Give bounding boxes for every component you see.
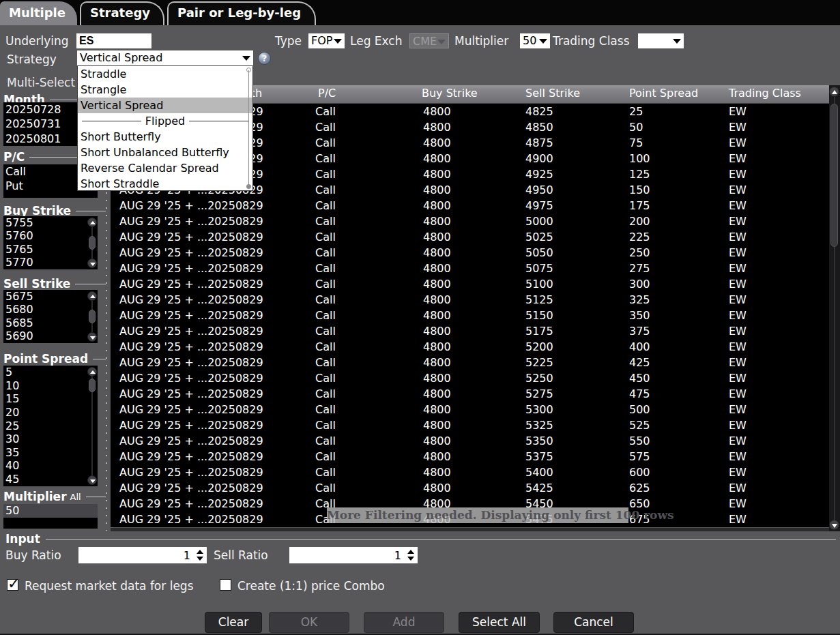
table-row[interactable]: AUG 29 '25 + ...20250829 Call 4800 5225 …: [111, 355, 829, 370]
list-item[interactable]: 5685: [3, 316, 98, 329]
multiplier-label: Multiplier: [454, 34, 508, 48]
list-item[interactable]: 5690: [3, 329, 98, 342]
point-spread-filter-list[interactable]: 51015202530354045: [3, 366, 98, 486]
create-price-combo-label: Create (1:1) price Combo: [237, 579, 385, 593]
list-item[interactable]: 5760: [3, 229, 98, 242]
multiplier-value: 50: [523, 34, 536, 47]
sell-ratio-stepper[interactable]: [405, 548, 416, 562]
list-item[interactable]: 30: [3, 432, 98, 446]
column-header-trading-class[interactable]: Trading Class: [729, 87, 801, 100]
create-price-combo-checkbox[interactable]: [220, 579, 231, 591]
list-item[interactable]: 25: [3, 419, 98, 433]
type-value: FOP: [311, 34, 332, 47]
table-row[interactable]: AUG 29 '25 + ...20250829 Call 4800 5000 …: [111, 213, 829, 229]
stepper-down-icon[interactable]: [197, 557, 203, 561]
underlying-input[interactable]: [76, 33, 151, 48]
list-item[interactable]: 5680: [3, 303, 98, 316]
scrollbar-thumb[interactable]: [830, 104, 838, 247]
table-row[interactable]: AUG 29 '25 + ...20250829 Call 4800 5425 …: [111, 480, 829, 496]
strategy-option[interactable]: Flipped: [78, 113, 252, 129]
table-row[interactable]: AUG 29 '25 + ...20250829 Call 4800 5250 …: [111, 370, 829, 386]
strategy-option[interactable]: Strangle: [78, 82, 252, 98]
scroll-up-icon[interactable]: [87, 367, 97, 376]
tab-multiple[interactable]: Multiple: [0, 1, 77, 25]
list-item[interactable]: 45: [3, 473, 98, 486]
table-row[interactable]: AUG 29 '25 + ...20250829 Call 4800 5075 …: [111, 261, 829, 276]
table-row[interactable]: AUG 29 '25 + ...20250829 Call 4800 5375 …: [111, 449, 829, 464]
strategy-select[interactable]: Vertical Spread: [77, 50, 253, 65]
point-spread-scrollbar[interactable]: [87, 367, 98, 485]
strategy-option[interactable]: Short Straddle: [78, 176, 252, 192]
list-item[interactable]: 50: [3, 504, 98, 518]
strategy-option[interactable]: Vertical Spread: [78, 98, 252, 113]
column-header-sell-strike[interactable]: Sell Strike: [525, 87, 580, 100]
stepper-up-icon[interactable]: [197, 550, 203, 554]
scroll-up-icon[interactable]: [87, 291, 97, 301]
buy-ratio-stepper[interactable]: [194, 548, 205, 562]
table-row[interactable]: AUG 29 '25 + ...20250829 Call 4800 5050 …: [111, 245, 829, 261]
table-row[interactable]: AUG 29 '25 + ...20250829 Call 4800 4975 …: [111, 198, 829, 213]
dropdown-scrollbar[interactable]: [246, 68, 252, 189]
column-header-buy-strike[interactable]: Buy Strike: [422, 87, 478, 100]
scroll-down-icon[interactable]: [829, 520, 839, 530]
table-scrollbar[interactable]: [829, 85, 840, 531]
list-item[interactable]: 15: [3, 392, 98, 406]
strategy-dropdown-list[interactable]: Straddle Strangle Vertical Spread Flippe…: [77, 65, 253, 191]
strategy-option[interactable]: Short Unbalanced Butterfly: [78, 145, 252, 160]
help-icon[interactable]: ?: [258, 52, 271, 65]
cancel-button[interactable]: Cancel: [553, 612, 634, 633]
multiplier-filter-list[interactable]: 50: [3, 504, 98, 529]
list-item[interactable]: 35: [3, 446, 98, 460]
table-row[interactable]: AUG 29 '25 + ...20250829 Call 4800 5275 …: [111, 386, 829, 402]
buy-strike-filter-list[interactable]: 5755576057655770: [3, 216, 98, 269]
leg-exch-select: CME: [409, 33, 449, 48]
list-item[interactable]: 40: [3, 459, 98, 473]
tab-strategy[interactable]: Strategy: [80, 1, 164, 25]
scroll-down-icon[interactable]: [87, 332, 97, 342]
table-row[interactable]: AUG 29 '25 + ...20250829 Call 4800 5150 …: [111, 308, 829, 323]
table-row[interactable]: AUG 29 '25 + ...20250829 Call 4800 5175 …: [111, 323, 829, 339]
sell-ratio-input[interactable]: [289, 547, 418, 563]
list-item[interactable]: 5675: [3, 290, 98, 303]
list-item[interactable]: 10: [3, 379, 98, 393]
request-market-data-checkbox[interactable]: [7, 579, 18, 591]
list-item[interactable]: 5755: [3, 216, 98, 229]
column-header-pc[interactable]: P/C: [318, 87, 336, 100]
strategy-option[interactable]: Short Butterfly: [78, 129, 252, 145]
strategy-option[interactable]: Straddle: [78, 66, 252, 82]
trading-class-select[interactable]: [638, 33, 684, 48]
table-row[interactable]: AUG 29 '25 + ...20250829 Call 4800 5125 …: [111, 292, 829, 308]
table-row[interactable]: AUG 29 '25 + ...20250829 Call 4800 5350 …: [111, 433, 829, 449]
sell-strike-scrollbar[interactable]: [87, 291, 98, 342]
multiplier-select[interactable]: 50: [520, 33, 550, 48]
leg-exch-label: Leg Exch: [350, 34, 402, 48]
scroll-up-icon[interactable]: [87, 218, 97, 227]
scroll-down-icon[interactable]: [87, 475, 97, 485]
select-all-button[interactable]: Select All: [459, 612, 540, 633]
column-header-point-spread[interactable]: Point Spread: [629, 87, 698, 100]
scroll-down-icon[interactable]: [87, 259, 97, 268]
table-row[interactable]: AUG 29 '25 + ...20250829 Call 4800 5325 …: [111, 417, 829, 433]
buy-strike-scrollbar[interactable]: [87, 218, 98, 268]
table-row[interactable]: AUG 29 '25 + ...20250829 Call 4800 5400 …: [111, 464, 829, 480]
stepper-down-icon[interactable]: [407, 557, 414, 561]
sell-strike-filter-list[interactable]: 5675568056855690: [3, 290, 98, 343]
sell-ratio-label: Sell Ratio: [214, 548, 268, 562]
clear-button[interactable]: Clear: [205, 612, 262, 633]
table-row[interactable]: AUG 29 '25 + ...20250829 Call 4800 5025 …: [111, 229, 829, 245]
list-item[interactable]: 20: [3, 406, 98, 419]
table-row[interactable]: AUG 29 '25 + ...20250829 Call 4800 5100 …: [111, 276, 829, 292]
stepper-up-icon[interactable]: [407, 550, 414, 554]
scroll-up-icon[interactable]: [829, 87, 839, 97]
table-row[interactable]: AUG 29 '25 + ...20250829 Call 4800 5300 …: [111, 402, 829, 417]
trading-class-label: Trading Class: [553, 34, 630, 48]
buy-ratio-input[interactable]: [78, 547, 207, 563]
list-item[interactable]: 5770: [3, 256, 98, 269]
type-select[interactable]: FOP: [308, 33, 345, 48]
tab-pair-or-leg-by-leg[interactable]: Pair or Leg-by-leg: [167, 1, 316, 25]
ok-button: OK: [269, 612, 349, 633]
strategy-option[interactable]: Reverse Calendar Spread: [78, 160, 252, 176]
list-item[interactable]: 5765: [3, 243, 98, 256]
list-item[interactable]: 5: [3, 366, 98, 379]
table-row[interactable]: AUG 29 '25 + ...20250829 Call 4800 5200 …: [111, 339, 829, 355]
